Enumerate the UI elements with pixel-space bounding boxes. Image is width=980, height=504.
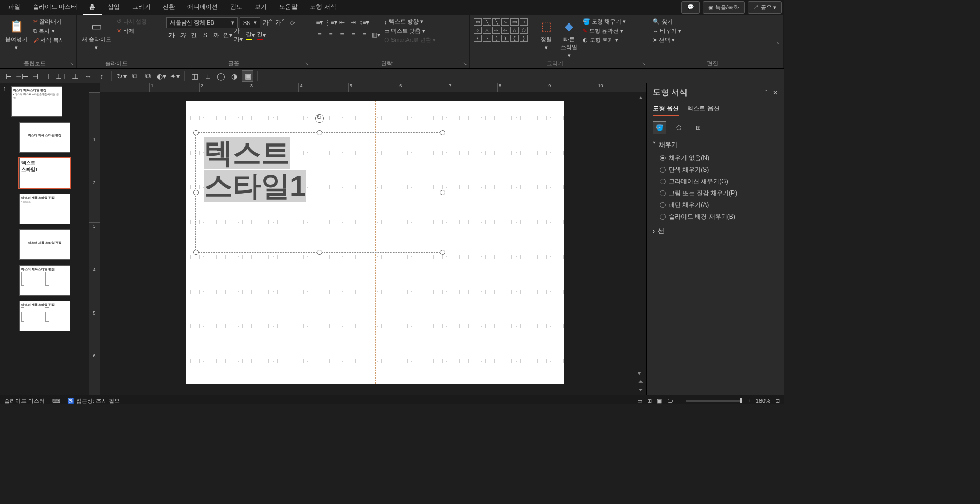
pane-close-button[interactable]: ✕: [773, 89, 778, 97]
shape-brace2[interactable]: }: [520, 35, 528, 42]
color-button[interactable]: ◯: [215, 70, 227, 82]
shapes-gallery[interactable]: ▭╲╲↘▭○ ○△⇨⇦☆⬡ ⎨⎬(){}: [473, 17, 534, 43]
align-text-button[interactable]: ▭텍스트 맞춤 ▾: [383, 27, 437, 35]
resize-handle-n[interactable]: [317, 130, 322, 135]
menu-view[interactable]: 보기: [249, 0, 273, 15]
rotate-obj[interactable]: ↻▾: [116, 70, 127, 82]
shape-outline-button[interactable]: ✎도형 윤곽선 ▾: [581, 27, 627, 35]
edit-points[interactable]: ✦▾: [169, 70, 180, 82]
numbering-button[interactable]: ⋮≡▾: [326, 17, 336, 28]
line-section-header[interactable]: ›선: [653, 227, 778, 235]
group-obj[interactable]: ⧉: [129, 70, 140, 82]
resize-handle-e[interactable]: [440, 190, 445, 195]
resize-handle-s[interactable]: [317, 250, 322, 255]
highlight-button[interactable]: 갈▾: [245, 30, 255, 40]
status-lang-icon[interactable]: ⌨: [52, 398, 60, 404]
resize-handle-w[interactable]: [193, 190, 199, 195]
ungroup-obj[interactable]: ⧉: [142, 70, 154, 82]
font-color-button[interactable]: 간▾: [256, 30, 266, 40]
distribute-h-obj[interactable]: ↔: [83, 70, 94, 82]
next-slide-icon[interactable]: ⏷: [638, 386, 644, 393]
fill-line-tab-icon[interactable]: 🪣: [653, 121, 666, 134]
reading-view-button[interactable]: ▣: [657, 398, 662, 404]
cut-button[interactable]: ✂잘라내기: [32, 17, 66, 26]
menu-draw[interactable]: 그리기: [126, 0, 157, 15]
shape-arrow[interactable]: ↘: [501, 18, 509, 26]
delete-slide-button[interactable]: ✕삭제: [115, 27, 149, 35]
shape-oval[interactable]: ○: [520, 18, 528, 26]
layout-thumb-6[interactable]: 마스터 제목 스타일 편집: [19, 301, 70, 331]
shadow-button[interactable]: 까: [211, 30, 222, 40]
find-button[interactable]: 🔍찾기: [651, 17, 683, 26]
align-left-obj[interactable]: ⊢: [3, 70, 14, 82]
char-spacing-button[interactable]: 깐▾: [223, 30, 233, 40]
shape-options-tab[interactable]: 도형 옵션: [653, 102, 679, 116]
drawing-launcher[interactable]: ↘: [641, 61, 647, 67]
slide-canvas[interactable]: 텍스트 스타일1: [186, 101, 564, 384]
resize-handle-nw[interactable]: [193, 130, 199, 135]
shape-star[interactable]: ☆: [510, 27, 519, 34]
layout-thumb-2[interactable]: 텍스트스타일1: [19, 158, 70, 188]
paste-button[interactable]: 📋 붙여넣기 ▾: [3, 17, 30, 52]
merge-shapes[interactable]: ◐▾: [156, 70, 167, 82]
scroll-down-icon[interactable]: ▾: [638, 370, 644, 377]
line-spacing-button[interactable]: ↕≡▾: [359, 17, 370, 28]
menu-transition[interactable]: 전환: [157, 0, 181, 15]
shape-more[interactable]: ⬡: [520, 27, 528, 34]
crop-button[interactable]: ◫: [189, 70, 200, 82]
zoom-in-button[interactable]: +: [747, 398, 750, 404]
quick-styles-button[interactable]: ◆빠른 스타일▾: [558, 17, 579, 60]
prev-slide-icon[interactable]: ⏶: [638, 378, 644, 385]
menu-animation[interactable]: 애니메이션: [181, 0, 224, 15]
justify-button[interactable]: ≡: [348, 30, 358, 40]
shape-brace[interactable]: {: [510, 35, 519, 42]
text-options-tab[interactable]: 텍스트 옵션: [687, 102, 719, 116]
align-right-button[interactable]: ≡: [337, 30, 347, 40]
select-button[interactable]: ➤선택 ▾: [651, 36, 683, 44]
shape-paren2[interactable]: ): [501, 35, 509, 42]
align-middle-obj[interactable]: ⊥⊤: [56, 70, 67, 82]
shape-rect2[interactable]: ▭: [510, 18, 519, 26]
arrange-button[interactable]: ⬚정렬▾: [536, 17, 556, 52]
no-fill-option[interactable]: 채우기 없음(N): [653, 152, 778, 164]
pane-options-button[interactable]: ˅: [765, 89, 768, 97]
distribute-v-obj[interactable]: ↕: [96, 70, 107, 82]
effects-tab-icon[interactable]: ⬠: [672, 121, 685, 134]
shape-bracket2[interactable]: ⎬: [483, 35, 491, 42]
italic-button[interactable]: 가: [178, 30, 188, 40]
menu-slidemaster[interactable]: 슬라이드 마스터: [27, 0, 83, 15]
fit-window-button[interactable]: ⊡: [775, 398, 780, 404]
menu-help[interactable]: 도움말: [273, 0, 304, 15]
change-case-button[interactable]: 가가▾: [234, 30, 244, 40]
grow-font-button[interactable]: 가˄: [262, 17, 273, 28]
gradient-fill-option[interactable]: 그라데이션 채우기(G): [653, 176, 778, 187]
shape-effects-button[interactable]: ◐도형 효과 ▾: [581, 36, 627, 44]
bold-button[interactable]: 가: [166, 30, 177, 40]
font-name-combo[interactable]: 서울남산 장체 EB▾: [166, 17, 238, 28]
picture-fill-option[interactable]: 그림 또는 질감 채우기(P): [653, 187, 778, 199]
layout-thumb-3[interactable]: 마스터 제목 스타일 편집• 텍스트: [19, 194, 70, 224]
shape-line2[interactable]: ╲: [492, 18, 500, 26]
solid-fill-option[interactable]: 단색 채우기(S): [653, 164, 778, 176]
master-thumb[interactable]: 마스터 제목 스타일 편집• 마스터 텍스트 스타일을 편집하려면 클릭: [11, 86, 62, 117]
grayscale-button[interactable]: ◑: [229, 70, 240, 82]
sorter-view-button[interactable]: ⊞: [647, 398, 652, 404]
columns-button[interactable]: ▥▾: [371, 30, 381, 40]
zoom-out-button[interactable]: −: [678, 398, 681, 404]
new-slide-button[interactable]: ▭ 새 슬라이드 ▾: [80, 17, 113, 52]
collapse-ribbon-button[interactable]: ˄: [776, 42, 779, 49]
picture-frame-button[interactable]: ▣: [242, 70, 253, 82]
slide-master-panel[interactable]: 1 마스터 제목 스타일 편집• 마스터 텍스트 스타일을 편집하려면 클릭 마…: [0, 83, 89, 395]
font-launcher[interactable]: ↘: [304, 61, 310, 67]
shape-oval2[interactable]: ○: [474, 27, 482, 34]
align-top-obj[interactable]: ⊤: [43, 70, 54, 82]
distribute-button[interactable]: ≡: [359, 30, 370, 40]
slideshow-view-button[interactable]: 🖵: [667, 398, 673, 404]
resize-handle-se[interactable]: [440, 250, 445, 255]
shape-bracket[interactable]: ⎨: [474, 35, 482, 42]
copy-button[interactable]: ⧉복사 ▾: [32, 27, 66, 35]
increase-indent-button[interactable]: ⇥: [348, 17, 358, 28]
align-left-button[interactable]: ≡: [314, 30, 325, 40]
shape-fill-button[interactable]: 🪣도형 채우기 ▾: [581, 17, 627, 26]
size-tab-icon[interactable]: ⊞: [692, 121, 705, 134]
